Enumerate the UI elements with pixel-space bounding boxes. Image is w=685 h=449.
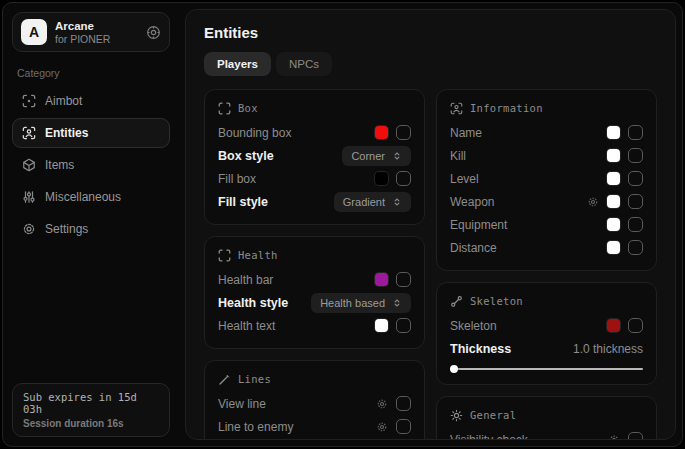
weapon-checkbox[interactable] [628, 194, 643, 209]
view-line-checkbox[interactable] [396, 396, 411, 411]
app-subtitle: for PIONER [55, 33, 110, 45]
level-checkbox[interactable] [628, 171, 643, 186]
thickness-slider[interactable] [450, 362, 643, 374]
level-color-swatch[interactable] [607, 172, 620, 185]
sidebar-item-aimbot[interactable]: Aimbot [12, 86, 170, 116]
bone-icon [450, 295, 463, 308]
setting-label: Skeleton [450, 319, 497, 333]
app-window: A Arcane for PIONER Category [2, 2, 683, 447]
tab-players[interactable]: Players [204, 52, 271, 76]
unfold-icon [392, 298, 402, 308]
panel-title: Skeleton [470, 295, 523, 307]
kill-checkbox[interactable] [628, 148, 643, 163]
sidebar-item-items[interactable]: Items [12, 150, 170, 180]
slider-track[interactable] [450, 368, 643, 370]
visibility-check-gear-icon[interactable] [608, 434, 620, 441]
skeleton-checkbox[interactable] [628, 318, 643, 333]
setting-label: Name [450, 126, 482, 140]
dropdown-value: Corner [351, 150, 385, 162]
sliders-icon [22, 190, 36, 204]
line-to-enemy-checkbox[interactable] [396, 419, 411, 434]
panel-general: General Visibility check Max distance [436, 396, 657, 440]
sidebar-item-entities[interactable]: Entities [12, 118, 170, 148]
sidebar-item-miscellaneous[interactable]: Miscellaneous [12, 182, 170, 212]
name-checkbox[interactable] [628, 125, 643, 140]
setting-row-weapon: Weapon [450, 191, 643, 212]
fill-box-checkbox[interactable] [396, 171, 411, 186]
weapon-gear-icon[interactable] [587, 196, 599, 208]
settings-gear-icon[interactable] [146, 25, 161, 40]
fill-style-dropdown[interactable]: Gradient [334, 192, 411, 212]
health-text-checkbox[interactable] [396, 318, 411, 333]
health-style-dropdown[interactable]: Health based [311, 293, 411, 313]
setting-row-bounding-box: Bounding box [218, 122, 411, 143]
setting-row-fill-style: Fill style Gradient [218, 191, 411, 212]
sidebar-item-settings[interactable]: Settings [12, 214, 170, 244]
setting-label: Health style [218, 296, 288, 310]
fill-box-color-swatch[interactable] [375, 172, 388, 185]
line-to-enemy-gear-icon[interactable] [376, 421, 388, 433]
sidebar-item-label: Items [45, 158, 74, 172]
visibility-check-checkbox[interactable] [628, 432, 643, 440]
weapon-color-swatch[interactable] [607, 195, 620, 208]
setting-label: Bounding box [218, 126, 291, 140]
setting-label: Health bar [218, 273, 273, 287]
left-column: Box Bounding box Box style Corner [204, 89, 425, 440]
tab-bar: Players NPCs [204, 52, 657, 76]
panel-title: General [470, 409, 516, 421]
unfold-icon [392, 197, 402, 207]
bounding-box-checkbox[interactable] [396, 125, 411, 140]
kill-color-swatch[interactable] [607, 149, 620, 162]
scan-brackets-icon [218, 249, 231, 262]
setting-row-distance: Distance [450, 237, 643, 258]
setting-label: Equipment [450, 218, 507, 232]
setting-row-line-to-enemy: Line to enemy [218, 416, 411, 437]
pencil-line-icon [218, 373, 231, 386]
equipment-color-swatch[interactable] [607, 218, 620, 231]
setting-label: Level [450, 172, 479, 186]
app-logo: A [21, 19, 47, 45]
right-column: Information Name Kill [436, 89, 657, 440]
box-style-dropdown[interactable]: Corner [342, 146, 411, 166]
health-bar-checkbox[interactable] [396, 272, 411, 287]
brand-text: Arcane for PIONER [55, 20, 110, 45]
brand-card: A Arcane for PIONER [12, 12, 170, 52]
setting-label: Distance [450, 241, 497, 255]
setting-row-box-style: Box style Corner [218, 145, 411, 166]
setting-row-visibility-check: Visibility check [450, 429, 643, 440]
setting-row-fill-box: Fill box [218, 168, 411, 189]
name-color-swatch[interactable] [607, 126, 620, 139]
sidebar-item-label: Entities [45, 126, 88, 140]
sun-icon [450, 409, 463, 422]
setting-label: View line [218, 397, 266, 411]
view-line-gear-icon[interactable] [376, 398, 388, 410]
setting-row-level: Level [450, 168, 643, 189]
distance-checkbox[interactable] [628, 240, 643, 255]
setting-label: Weapon [450, 195, 494, 209]
panel-health: Health Health bar Health style Health ba… [204, 236, 425, 349]
dropdown-value: Gradient [343, 196, 385, 208]
equipment-checkbox[interactable] [628, 217, 643, 232]
health-text-color-swatch[interactable] [375, 319, 388, 332]
setting-label: Box style [218, 149, 274, 163]
setting-label: Line to enemy [218, 420, 293, 434]
slider-thumb[interactable] [450, 365, 458, 373]
panel-information: Information Name Kill [436, 89, 657, 271]
setting-row-health-bar: Health bar [218, 269, 411, 290]
tab-npcs[interactable]: NPCs [276, 52, 332, 76]
sidebar-item-label: Miscellaneous [45, 190, 121, 204]
bounding-box-color-swatch[interactable] [375, 126, 388, 139]
panel-columns: Box Bounding box Box style Corner [204, 89, 657, 440]
setting-row-name: Name [450, 122, 643, 143]
distance-color-swatch[interactable] [607, 241, 620, 254]
page-title: Entities [204, 24, 657, 41]
setting-label: Fill box [218, 172, 256, 186]
setting-row-view-line: View line [218, 393, 411, 414]
sidebar-item-label: Aimbot [45, 94, 82, 108]
panel-box: Box Bounding box Box style Corner [204, 89, 425, 225]
skeleton-color-swatch[interactable] [607, 319, 620, 332]
setting-label: Health text [218, 319, 275, 333]
health-bar-color-swatch[interactable] [375, 273, 388, 286]
app-name: Arcane [55, 20, 110, 32]
setting-row-equipment: Equipment [450, 214, 643, 235]
